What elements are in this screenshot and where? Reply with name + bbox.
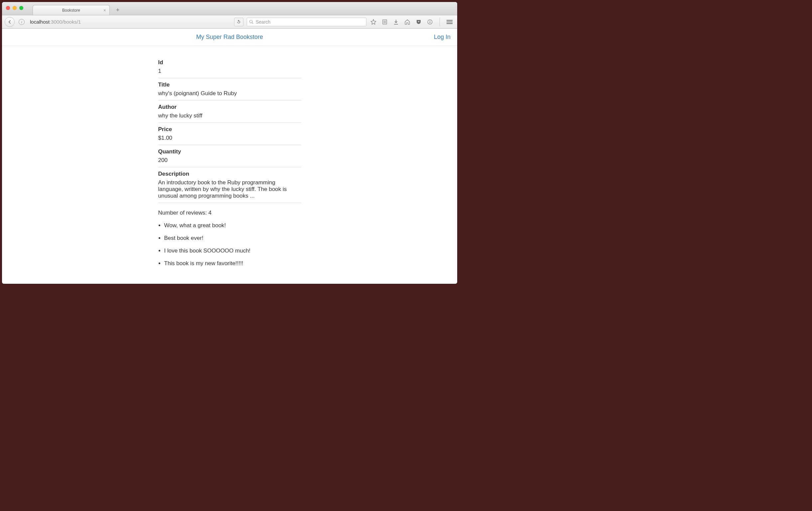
list-item: This book is my new favorite!!!!! <box>164 260 301 267</box>
url-host: localhost <box>30 19 50 25</box>
login-link[interactable]: Log In <box>434 34 451 40</box>
url-path: /books/1 <box>62 19 81 25</box>
downloads-icon[interactable] <box>393 19 399 25</box>
book-detail: Id 1 Title why's (poignant) Guide to Rub… <box>158 56 301 267</box>
list-item: Best book ever! <box>164 235 301 242</box>
label-quantity: Quantity <box>158 148 301 155</box>
site-navbar: My Super Rad Bookstore Log In <box>2 29 457 46</box>
browser-tab[interactable]: Bookstore × <box>33 5 110 15</box>
close-tab-icon[interactable]: × <box>104 8 106 13</box>
svg-rect-6 <box>430 20 430 21</box>
toolbar: i localhost:3000/books/1 Search <box>2 15 457 29</box>
minimize-window-button[interactable] <box>12 6 17 10</box>
value-title: why's (poignant) Guide to Ruby <box>158 90 301 97</box>
value-price: $1.00 <box>158 135 301 141</box>
reload-button[interactable] <box>234 18 243 26</box>
reviews-count: Number of reviews: 4 <box>158 209 301 216</box>
search-input[interactable]: Search <box>247 18 367 26</box>
field-id: Id 1 <box>158 56 301 78</box>
reviews-list: Wow, what a great book! Best book ever! … <box>158 222 301 267</box>
menu-icon[interactable] <box>446 19 453 25</box>
tab-title: Bookstore <box>62 8 80 12</box>
value-id: 1 <box>158 68 301 75</box>
label-description: Description <box>158 171 301 177</box>
list-item: I love this book SOOOOOO much! <box>164 248 301 254</box>
close-window-button[interactable] <box>6 6 10 10</box>
value-quantity: 200 <box>158 157 301 164</box>
field-quantity: Quantity 200 <box>158 145 301 167</box>
field-description: Description An introductory book to the … <box>158 167 301 203</box>
home-icon[interactable] <box>404 19 410 25</box>
pocket-icon[interactable] <box>416 19 422 25</box>
maximize-window-button[interactable] <box>19 6 23 10</box>
svg-rect-5 <box>430 21 430 23</box>
site-info-icon[interactable]: i <box>19 19 25 25</box>
field-title: Title why's (poignant) Guide to Ruby <box>158 78 301 101</box>
toolbar-divider <box>440 18 440 26</box>
label-title: Title <box>158 82 301 88</box>
label-author: Author <box>158 104 301 110</box>
value-description: An introductory book to the Ruby program… <box>158 179 301 199</box>
list-item: Wow, what a great book! <box>164 222 301 229</box>
url-port: :3000 <box>50 19 62 25</box>
label-price: Price <box>158 126 301 133</box>
back-button[interactable] <box>5 17 14 27</box>
new-tab-button[interactable]: + <box>113 5 122 15</box>
browser-window: Bookstore × + i localhost:3000/books/1 S… <box>2 2 457 284</box>
reading-list-icon[interactable] <box>382 19 388 25</box>
search-placeholder: Search <box>256 19 270 25</box>
titlebar: Bookstore × + <box>2 2 457 15</box>
window-controls <box>6 6 23 10</box>
value-author: why the lucky stiff <box>158 112 301 119</box>
field-author: Author why the lucky stiff <box>158 101 301 123</box>
bookmark-star-icon[interactable] <box>370 19 376 25</box>
info-circle-icon[interactable] <box>427 19 433 25</box>
field-price: Price $1.00 <box>158 123 301 145</box>
page-viewport: My Super Rad Bookstore Log In Id 1 Title… <box>2 29 457 284</box>
address-bar[interactable]: localhost:3000/books/1 <box>27 19 232 25</box>
label-id: Id <box>158 59 301 66</box>
brand-link[interactable]: My Super Rad Bookstore <box>196 34 263 40</box>
toolbar-icons <box>369 18 455 26</box>
